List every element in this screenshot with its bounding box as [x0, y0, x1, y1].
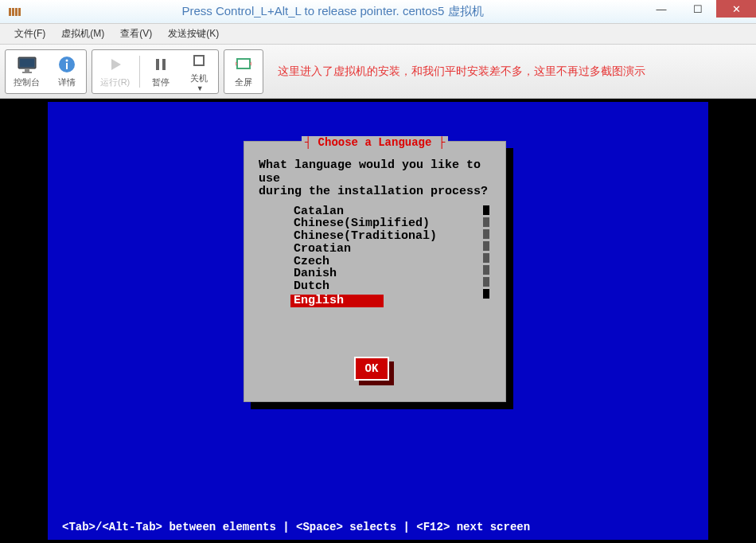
language-list[interactable]: Catalan Chinese(Simplified) Chinese(Trad… — [290, 205, 473, 307]
vm-bluescreen: ┤ Choose a Language ├ What language woul… — [48, 102, 708, 540]
details-label: 详情 — [58, 76, 76, 88]
pause-icon — [150, 54, 171, 75]
toolbar: 控制台 详情 运行(R) 暂停 关机 ▼ — [0, 45, 756, 99]
fullscreen-icon — [233, 54, 254, 75]
svg-rect-6 — [25, 69, 29, 72]
svg-marker-11 — [111, 59, 121, 70]
svg-rect-12 — [156, 59, 159, 70]
minimize-button[interactable]: — — [643, 0, 680, 18]
console-button[interactable]: 控制台 — [6, 51, 48, 92]
details-button[interactable]: 详情 — [48, 51, 86, 92]
list-item[interactable]: Dutch — [290, 280, 473, 293]
svg-rect-7 — [22, 72, 32, 73]
pause-label: 暂停 — [152, 76, 170, 88]
menu-view[interactable]: 查看(V) — [112, 25, 160, 42]
list-item[interactable]: Danish — [290, 268, 473, 280]
language-dialog: ┤ Choose a Language ├ What language woul… — [244, 141, 506, 402]
list-item[interactable]: Czech — [290, 256, 473, 268]
stop-icon — [189, 50, 209, 71]
svg-rect-15 — [237, 59, 250, 68]
window-controls: — ☐ ✕ — [643, 0, 756, 23]
list-item[interactable]: Chinese(Simplified) — [290, 217, 473, 230]
pause-button[interactable]: 暂停 — [142, 51, 180, 92]
window-title: Press Control_L+Alt_L to release pointer… — [22, 4, 643, 19]
svg-rect-2 — [15, 8, 18, 16]
run-label: 运行(R) — [100, 76, 130, 88]
fullscreen-label: 全屏 — [235, 76, 252, 88]
svg-rect-5 — [20, 59, 34, 67]
app-icon — [8, 6, 22, 18]
svg-rect-14 — [194, 56, 204, 65]
menu-vm[interactable]: 虚拟机(M) — [53, 25, 112, 42]
menubar: 文件(F) 虚拟机(M) 查看(V) 发送按键(K) — [0, 24, 756, 45]
shutdown-label: 关机 — [190, 72, 208, 84]
svg-point-10 — [66, 60, 68, 62]
scrollbar[interactable] — [483, 205, 491, 306]
list-item[interactable]: Catalan — [290, 205, 473, 218]
prompt-line-2: during the installation process? — [259, 186, 491, 199]
dialog-prompt: What language would you like to use duri… — [244, 150, 505, 205]
console-label: 控制台 — [14, 76, 40, 88]
svg-rect-3 — [18, 8, 21, 16]
info-icon — [57, 54, 77, 75]
list-item[interactable]: Chinese(Traditional) — [290, 230, 473, 243]
shutdown-button[interactable]: 关机 ▼ — [180, 47, 218, 96]
menu-file[interactable]: 文件(F) — [6, 25, 53, 42]
window-titlebar: Press Control_L+Alt_L to release pointer… — [0, 0, 756, 24]
svg-rect-13 — [162, 59, 166, 70]
maximize-button[interactable]: ☐ — [680, 0, 716, 18]
keyboard-hints: <Tab>/<Alt-Tab> between elements | <Spac… — [62, 521, 694, 533]
ok-button[interactable]: OK — [354, 357, 389, 381]
run-button[interactable]: 运行(R) — [92, 51, 138, 92]
svg-rect-0 — [9, 8, 11, 16]
prompt-line-1: What language would you like to use — [259, 159, 491, 186]
annotation-text: 这里进入了虚拟机的安装，和我们平时安装差不多，这里不再过多截图演示 — [278, 64, 751, 79]
dialog-title: ┤ Choose a Language ├ — [302, 136, 448, 149]
play-icon — [105, 54, 126, 75]
toolbar-divider — [139, 56, 140, 88]
close-button[interactable]: ✕ — [716, 0, 756, 18]
list-item-selected[interactable]: English — [290, 295, 384, 307]
vm-display[interactable]: ┤ Choose a Language ├ What language woul… — [0, 99, 756, 543]
fullscreen-button[interactable]: 全屏 — [224, 51, 263, 92]
monitor-icon — [17, 54, 37, 75]
svg-rect-9 — [66, 63, 68, 69]
list-item[interactable]: Croatian — [290, 243, 473, 256]
svg-rect-1 — [12, 8, 14, 16]
menu-sendkey[interactable]: 发送按键(K) — [160, 25, 227, 42]
chevron-down-icon: ▼ — [197, 84, 204, 92]
